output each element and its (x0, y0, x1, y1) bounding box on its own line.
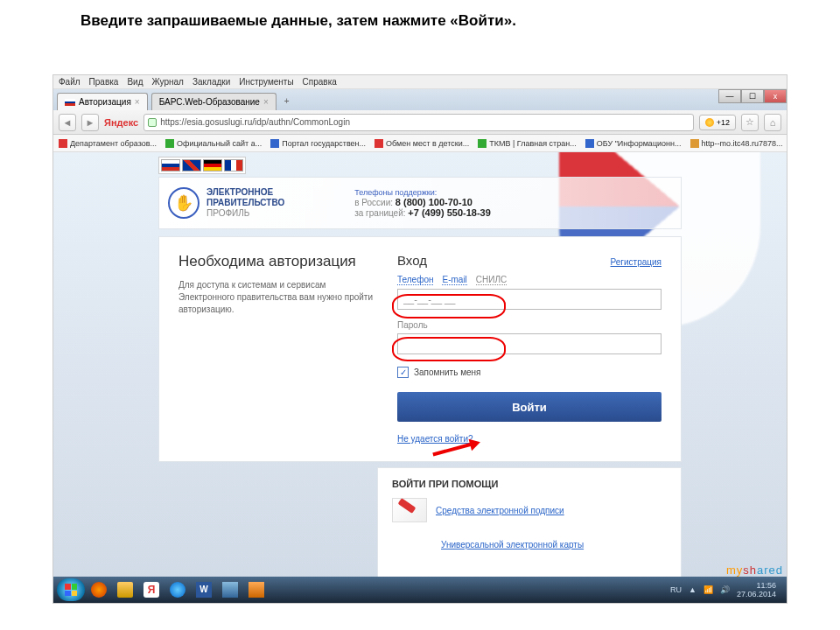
aux-esign[interactable]: Средства электронной подписи (392, 498, 667, 522)
taskbar-explorer-icon[interactable] (113, 578, 137, 601)
tray-volume-icon[interactable]: 🔊 (720, 585, 730, 594)
menu-tools[interactable]: Инструменты (239, 77, 293, 87)
flag-uk-icon[interactable] (182, 159, 201, 172)
bookmark-icon (59, 139, 67, 148)
close-window-button[interactable]: x (764, 89, 787, 103)
bookmark-item[interactable]: Обмен мест в детски... (374, 139, 469, 148)
language-bar (158, 157, 246, 174)
flag-ru-icon[interactable] (161, 159, 180, 172)
watermark: myshared (726, 564, 783, 577)
tab-email[interactable]: E-mail (442, 275, 466, 285)
taskbar-yandex-icon[interactable]: Я (139, 578, 164, 601)
menu-help[interactable]: Справка (303, 77, 337, 87)
auth-required-title: Необходима авторизация (178, 253, 380, 270)
usb-token-icon (392, 498, 427, 522)
tray-flag-icon[interactable]: ▲ (689, 585, 696, 594)
login-form: Вход Регистрация Телефон E-mail СНИЛС Па… (397, 253, 662, 445)
taskbar-firefox-icon[interactable] (87, 578, 111, 601)
start-button[interactable] (57, 578, 85, 601)
bookmark-item[interactable]: Официальный сайт а... (165, 139, 262, 148)
weather-value: +12 (717, 118, 730, 127)
bookmark-item[interactable]: http--mo.itc48.ru7878... (690, 139, 783, 148)
bookmark-label: ОБУ "Информационн... (597, 139, 682, 148)
auth-card: Необходима авторизация Для доступа к сис… (158, 236, 682, 462)
close-tab-icon[interactable]: × (135, 97, 140, 107)
tab-phone[interactable]: Телефон (397, 275, 433, 285)
tab-snils[interactable]: СНИЛС (476, 275, 507, 285)
flag-de-icon[interactable] (203, 159, 222, 172)
taskbar-app-icon[interactable] (244, 578, 269, 601)
tab-label: Авторизация (79, 97, 131, 107)
bookmark-icon (270, 139, 279, 148)
lock-icon (148, 118, 157, 127)
tab-auth[interactable]: Авторизация × (57, 93, 148, 110)
sun-icon (705, 118, 714, 127)
tray-clock[interactable]: 11:56 27.06.2014 (737, 581, 776, 598)
aux-title: ВОЙТИ ПРИ ПОМОЩИ (392, 479, 667, 489)
tray-lang[interactable]: RU (670, 585, 682, 594)
login-button[interactable]: Войти (397, 392, 662, 422)
bookmark-label: Портал государствен... (282, 139, 366, 148)
register-link[interactable]: Регистрация (611, 257, 662, 267)
bookmark-label: Официальный сайт а... (177, 139, 262, 148)
snils-input[interactable] (397, 289, 662, 310)
browser-window: Файл Правка Вид Журнал Закладки Инструме… (52, 74, 788, 604)
bookmark-item[interactable]: Портал государствен... (270, 139, 366, 148)
address-bar[interactable]: https://esia.gosuslugi.ru/idp/authn/Comm… (144, 114, 694, 131)
menu-file[interactable]: Файл (59, 77, 80, 87)
menu-bookmarks[interactable]: Закладки (192, 77, 230, 87)
password-input[interactable] (397, 333, 662, 354)
bookmark-icon (165, 139, 174, 148)
favicon-ru-icon (65, 99, 75, 106)
password-label: Пароль (397, 320, 662, 330)
bookmark-item[interactable]: ОБУ "Информационн... (585, 139, 682, 148)
minimize-button[interactable]: — (718, 89, 741, 103)
aux-esign-link[interactable]: Средства электронной подписи (436, 506, 564, 515)
tab-bars[interactable]: БАРС.Web-Образование × (151, 93, 276, 110)
bookmark-star-button[interactable]: ☆ (741, 114, 759, 131)
checkbox-checked-icon[interactable]: ✓ (397, 367, 409, 378)
maximize-button[interactable]: ☐ (741, 89, 764, 103)
bookmark-icon (585, 139, 594, 148)
bookmark-item[interactable]: Департамент образов... (59, 139, 157, 148)
tab-strip: Авторизация × БАРС.Web-Образование × + —… (53, 89, 787, 110)
tray-network-icon[interactable]: 📶 (704, 585, 713, 594)
remember-me[interactable]: ✓ Запомнить меня (397, 367, 662, 378)
bookmark-label: Обмен мест в детски... (386, 139, 469, 148)
home-button[interactable]: ⌂ (764, 114, 781, 131)
forward-button[interactable]: ► (81, 114, 99, 131)
browser-menu: Файл Правка Вид Журнал Закладки Инструме… (53, 75, 787, 89)
brand-text: ЭЛЕКТРОННОЕ ПРАВИТЕЛЬСТВО ПРОФИЛЬ (206, 187, 284, 219)
menu-history[interactable]: Журнал (151, 77, 184, 87)
aux-uec[interactable]: Универсальной электронной карты (392, 528, 667, 561)
bookmark-item[interactable]: ТКМВ | Главная стран... (478, 139, 576, 148)
bookmark-icon (690, 139, 699, 148)
menu-view[interactable]: Вид (127, 77, 143, 87)
aux-login-card: ВОЙТИ ПРИ ПОМОЩИ Средства электронной по… (377, 467, 682, 578)
tab-label: БАРС.Web-Образование (159, 97, 260, 107)
back-button[interactable]: ◄ (59, 114, 76, 131)
bookmark-label: ТКМВ | Главная стран... (489, 139, 576, 148)
taskbar-ie-icon[interactable] (165, 578, 190, 601)
login-type-tabs: Телефон E-mail СНИЛС (397, 275, 662, 285)
taskbar-word-icon[interactable]: W (192, 578, 216, 601)
cant-login-link[interactable]: Не удается войти? (397, 434, 473, 444)
auth-description: Для доступа к системам и сервисам Электр… (178, 279, 380, 316)
close-tab-icon[interactable]: × (263, 97, 269, 107)
gosuslugi-logo-icon: ✋ (168, 187, 200, 219)
bookmarks-bar: Департамент образов... Официальный сайт … (53, 135, 787, 152)
address-bar-row: ◄ ► Яндекс https://esia.gosuslugi.ru/idp… (53, 110, 787, 135)
yandex-label: Яндекс (104, 117, 138, 128)
login-title: Вход (397, 253, 427, 268)
window-controls: — ☐ x (718, 89, 787, 103)
weather-chip[interactable]: +12 (699, 115, 736, 130)
system-tray: RU ▲ 📶 🔊 11:56 27.06.2014 (670, 581, 783, 598)
flag-fr-icon[interactable] (224, 159, 243, 172)
new-tab-button[interactable]: + (280, 96, 294, 110)
aux-uec-link[interactable]: Универсальной электронной карты (441, 540, 584, 550)
support-phones: Телефоны поддержки: в России: 8 (800) 10… (354, 188, 491, 218)
menu-edit[interactable]: Правка (89, 77, 119, 87)
taskbar-app-icon[interactable] (218, 578, 242, 601)
bookmark-label: Департамент образов... (70, 139, 157, 148)
bookmark-label: http--mo.itc48.ru7878... (702, 139, 783, 148)
